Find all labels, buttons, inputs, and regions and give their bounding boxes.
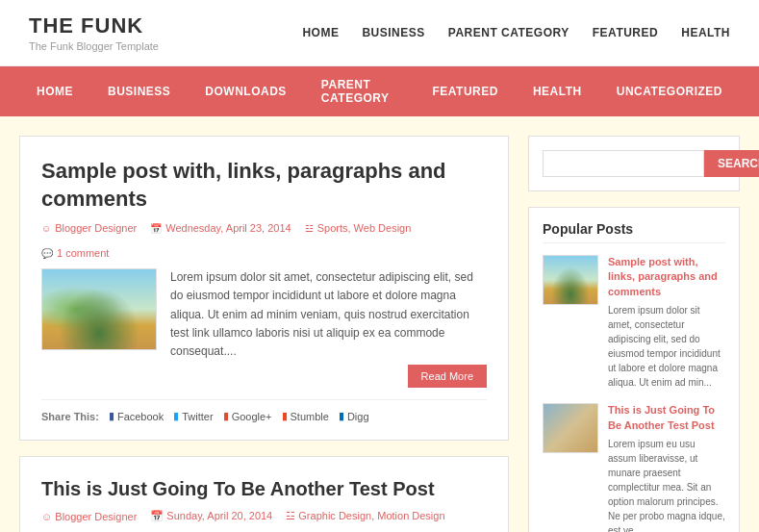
site-title-wrap: THE FUNK The Funk Blogger Template	[29, 13, 159, 52]
sec-nav-business[interactable]: BUSINESS	[90, 73, 188, 110]
search-input[interactable]	[543, 150, 704, 177]
post-card-2: This is Just Going To Be Another Test Po…	[19, 456, 509, 532]
site-title: THE FUNK	[29, 13, 159, 38]
sec-nav-health[interactable]: HEALTH	[516, 73, 599, 110]
share-twitter[interactable]: ▮ Twitter	[173, 410, 213, 422]
sec-nav-featured[interactable]: FEATURED	[415, 73, 515, 110]
post-title-2: This is Just Going To Be Another Test Po…	[41, 478, 487, 500]
googleplus-icon: ▮	[223, 410, 229, 422]
popular-post-1-title[interactable]: Sample post with, links, paragraphs and …	[608, 255, 725, 299]
sec-nav-home[interactable]: HOME	[19, 73, 90, 110]
twitter-icon: ▮	[173, 410, 179, 422]
post-excerpt-1: Lorem ipsum dolor sit amet, consectetur …	[170, 268, 487, 361]
post-meta-2: ☺ Blogger Designer 📅 Sunday, April 20, 2…	[41, 510, 487, 532]
post-card-1: Sample post with, links, paragraphs and …	[19, 136, 509, 441]
popular-post-2-content: This is Just Going To Be Another Test Po…	[608, 403, 725, 532]
calendar-icon-2: 📅	[150, 510, 164, 521]
popular-posts: Popular Posts Sample post with, links, p…	[528, 207, 740, 532]
sec-nav-uncategorized[interactable]: UNCATEGORIZED	[599, 73, 740, 110]
popular-post-1: Sample post with, links, paragraphs and …	[543, 255, 725, 390]
top-nav-parent-category[interactable]: PARENT CATEGORY	[448, 26, 569, 39]
popular-post-2-excerpt: Lorem ipsum eu usu assum liberavisse, ut…	[608, 437, 725, 532]
post-date-2: 📅 Sunday, April 20, 2014	[150, 510, 272, 522]
site-tagline: The Funk Blogger Template	[29, 40, 159, 52]
popular-posts-title: Popular Posts	[543, 221, 725, 243]
sidebar: SEARCH Popular Posts Sample post with, l…	[528, 136, 740, 532]
comment-icon: 💬	[41, 248, 53, 259]
author-icon: ☺	[41, 223, 51, 234]
googleplus-label: Google+	[232, 411, 272, 422]
stumble-icon: ▮	[282, 410, 288, 422]
post-date-1: 📅 Wednesday, April 23, 2014	[150, 222, 291, 234]
share-facebook[interactable]: ▮ Facebook	[109, 410, 164, 422]
facebook-icon: ▮	[109, 410, 114, 422]
twitter-label: Twitter	[182, 411, 213, 422]
secondary-nav: HOME BUSINESS DOWNLOADS PARENT CATEGORY …	[0, 66, 759, 116]
read-more-btn-1[interactable]: Read More	[408, 365, 487, 388]
share-stumble[interactable]: ▮ Stumble	[282, 410, 329, 422]
comment-link-1[interactable]: 1 comment	[57, 247, 109, 259]
content-area: Sample post with, links, paragraphs and …	[19, 136, 509, 532]
share-bar-1: Share This: ▮ Facebook ▮ Twitter ▮ Googl…	[41, 399, 487, 422]
popular-post-1-excerpt: Lorem ipsum dolor sit amet, consectetur …	[608, 303, 725, 390]
digg-icon: ▮	[339, 410, 344, 422]
calendar-icon: 📅	[150, 223, 162, 234]
top-nav-home[interactable]: HOME	[302, 26, 339, 39]
top-nav-featured[interactable]: FEATURED	[593, 26, 658, 39]
top-nav-health[interactable]: HEALTH	[681, 26, 730, 39]
stumble-label: Stumble	[291, 411, 329, 422]
post-author-2: ☺ Blogger Designer	[41, 511, 137, 522]
popular-thumb-2	[543, 403, 598, 453]
post-categories-1: ☳ Sports, Web Design	[305, 222, 412, 234]
share-googleplus[interactable]: ▮ Google+	[223, 410, 272, 422]
popular-post-2: This is Just Going To Be Another Test Po…	[543, 403, 725, 532]
digg-label: Digg	[347, 411, 369, 422]
post-comments-1: 💬 1 comment	[41, 247, 109, 259]
share-label-1: Share This:	[41, 411, 99, 422]
facebook-label: Facebook	[117, 411, 164, 422]
popular-post-1-content: Sample post with, links, paragraphs and …	[608, 255, 725, 390]
post-author-1: ☺ Blogger Designer	[41, 222, 137, 234]
post-title-1: Sample post with, links, paragraphs and …	[41, 158, 487, 213]
post-categories-2: ☳ Graphic Design, Motion Design	[286, 510, 444, 522]
sec-nav-downloads[interactable]: DOWNLOADS	[188, 73, 304, 110]
top-nav: HOME BUSINESS PARENT CATEGORY FEATURED H…	[302, 26, 730, 39]
category-icon: ☳	[305, 223, 314, 234]
post-meta-1: ☺ Blogger Designer 📅 Wednesday, April 23…	[41, 222, 487, 259]
post-thumb-image-1	[42, 269, 156, 349]
main-container: Sample post with, links, paragraphs and …	[0, 116, 759, 532]
popular-post-2-title[interactable]: This is Just Going To Be Another Test Po…	[608, 403, 725, 433]
search-button[interactable]: SEARCH	[704, 150, 759, 177]
author-icon-2: ☺	[41, 511, 52, 522]
top-nav-business[interactable]: BUSINESS	[362, 26, 424, 39]
post-excerpt-wrap-1: Lorem ipsum dolor sit amet, consectetur …	[170, 268, 487, 388]
category-icon-2: ☳	[286, 510, 295, 521]
popular-thumb-1	[543, 255, 598, 305]
search-box: SEARCH	[528, 136, 740, 191]
share-digg[interactable]: ▮ Digg	[339, 410, 369, 422]
site-header: THE FUNK The Funk Blogger Template HOME …	[0, 0, 759, 66]
post-thumbnail-1	[41, 268, 157, 350]
sec-nav-parent-category[interactable]: PARENT CATEGORY	[304, 66, 416, 116]
post-body-1: Lorem ipsum dolor sit amet, consectetur …	[41, 268, 487, 388]
